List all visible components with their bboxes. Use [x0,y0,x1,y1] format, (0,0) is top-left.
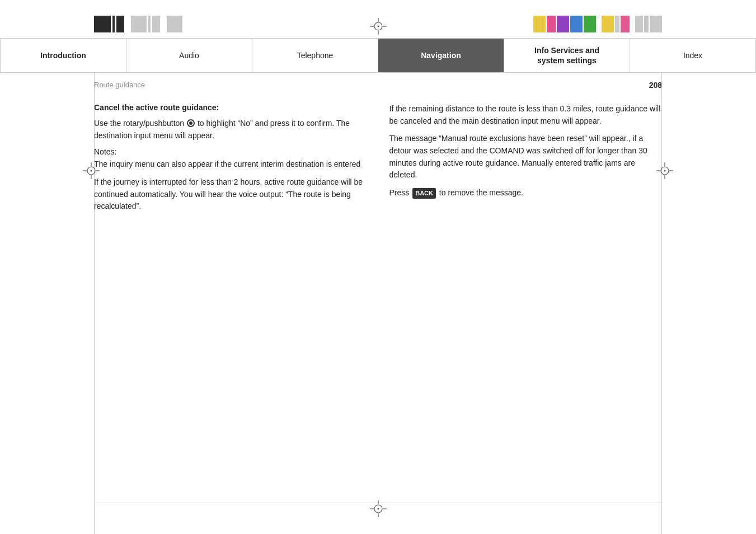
left-margin-line [94,73,95,534]
main-content: Route guidance 208 Cancel the active rou… [0,73,756,534]
svg-point-17 [664,170,666,172]
page-number: 208 [627,81,662,90]
tab-info-services[interactable]: Info Services and system settings [504,39,630,72]
color-block [602,16,614,32]
tab-telephone[interactable]: Telephone [252,39,378,72]
left-column: Cancel the active route guidance: Use th… [94,103,367,218]
navigation-tabs: Introduction Audio Telephone Navigation … [0,38,756,72]
tab-audio[interactable]: Audio [126,39,252,72]
right-column: If the remaining distance to the route i… [389,103,663,218]
rotary-icon [187,119,195,127]
right-color-strip [533,16,662,32]
color-sep [162,16,165,32]
color-block [635,16,643,32]
color-block [557,16,569,32]
section-label: Route guidance [94,81,627,90]
content-header: Route guidance 208 [94,73,662,94]
svg-point-5 [377,26,379,27]
svg-point-11 [91,170,92,172]
color-block [94,16,111,32]
color-block [152,16,160,32]
left-col-heading: Cancel the active route guidance: [94,103,367,112]
color-block [148,16,151,32]
right-col-para-3: Press BACK to remove the message. [389,187,663,199]
tab-navigation[interactable]: Navigation [378,39,504,72]
left-color-strip [94,16,182,32]
color-block [131,16,147,32]
color-block [650,16,662,32]
tab-index[interactable]: Index [630,39,756,72]
color-block [644,16,649,32]
color-block [112,16,115,32]
color-sep [597,16,600,32]
right-col-para-1: If the remaining distance to the route i… [389,103,663,127]
back-button-label: BACK [412,188,436,199]
top-bar: Introduction Audio Telephone Navigation … [0,0,756,73]
color-block [167,16,182,32]
svg-point-23 [377,508,379,510]
crosshair-left-icon [83,162,100,179]
color-block [547,16,556,32]
tab-introduction[interactable]: Introduction [0,39,126,72]
crosshair-bottom-icon [370,500,387,517]
left-col-para-1: Use the rotary/pushbutton to highlight “… [94,118,367,142]
left-col-para-3: If the journey is interrupted for less t… [94,176,367,213]
color-block [615,16,619,32]
right-col-para-2: The message “Manual route exclusions hav… [389,133,663,181]
right-margin-line [661,73,662,534]
color-block [533,16,546,32]
crosshair-top-icon [370,18,387,35]
color-block [116,16,124,32]
color-sep [631,16,634,32]
left-col-para-2: The inquiry menu can also appear if the … [94,158,367,171]
color-block [621,16,630,32]
crosshair-right-icon [656,162,673,179]
color-sep [126,16,129,32]
color-block [570,16,583,32]
content-body: Cancel the active route guidance: Use th… [94,94,662,218]
color-block [584,16,596,32]
notes-label: Notes: [94,147,367,156]
